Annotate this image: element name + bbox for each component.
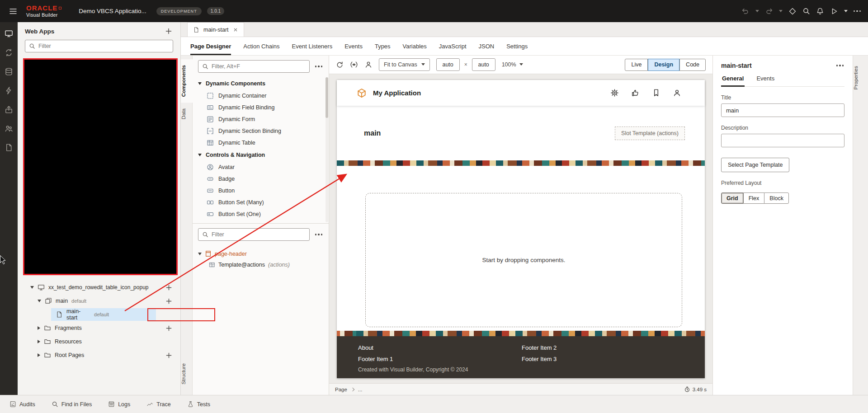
- app-preview-thumbnail[interactable]: [23, 58, 178, 275]
- overflow-menu-button[interactable]: [854, 10, 861, 12]
- bookmark-icon[interactable]: [652, 89, 660, 97]
- canvas-height-input[interactable]: [472, 58, 495, 71]
- add-root-page-button[interactable]: [165, 351, 173, 360]
- chevron-down-icon[interactable]: [38, 300, 41, 302]
- redo-button[interactable]: [765, 7, 773, 15]
- tests-button[interactable]: Tests: [187, 401, 210, 408]
- canvas-width-input[interactable]: [436, 58, 460, 71]
- component-button[interactable]: Button: [193, 185, 329, 197]
- oracle-logo[interactable]: ORACLE Visual Builder: [26, 5, 61, 18]
- refresh-icon[interactable]: [336, 61, 344, 69]
- component-dynamic-field-binding[interactable]: Dynamic Field Binding: [193, 102, 329, 113]
- notifications-bell-button[interactable]: [816, 7, 824, 15]
- close-icon[interactable]: [233, 27, 238, 33]
- tab-components-vertical[interactable]: Components: [181, 59, 193, 103]
- preview-options-caret-icon[interactable]: [844, 10, 848, 14]
- tab-general[interactable]: General: [721, 75, 745, 87]
- layout-grid-button[interactable]: Grid: [721, 192, 744, 204]
- chevron-right-icon[interactable]: [38, 340, 40, 343]
- add-page-button[interactable]: [165, 297, 173, 305]
- tab-data-vertical[interactable]: Data: [181, 103, 193, 125]
- tree-item-resources[interactable]: Resources: [18, 335, 180, 348]
- canvas-viewport[interactable]: My Application main Slot Template (actio…: [329, 74, 712, 383]
- find-in-files-button[interactable]: Find in Files: [52, 401, 92, 408]
- add-fragment-button[interactable]: [165, 324, 173, 333]
- components-menu-button[interactable]: [314, 64, 324, 69]
- tab-settings[interactable]: Settings: [506, 37, 528, 55]
- audits-button[interactable]: Audits: [9, 401, 35, 408]
- responsive-breakpoints-icon[interactable]: [350, 61, 358, 69]
- logs-button[interactable]: Logs: [108, 401, 130, 408]
- component-dropzone[interactable]: Start by dropping components.: [365, 193, 682, 327]
- deployments-rail-icon[interactable]: [5, 105, 13, 114]
- component-dynamic-form[interactable]: Dynamic Form: [193, 113, 329, 125]
- tab-events[interactable]: Events: [344, 37, 363, 55]
- tab-properties-vertical[interactable]: Properties: [853, 60, 868, 95]
- structure-node-page-header[interactable]: page-header: [197, 248, 324, 259]
- tab-variables[interactable]: Variables: [403, 37, 427, 55]
- component-dynamic-section-binding[interactable]: Dynamic Section Binding: [193, 125, 329, 137]
- component-badge[interactable]: Badge: [193, 173, 329, 185]
- tree-item-fragments[interactable]: Fragments: [18, 321, 180, 335]
- footer-link-item3[interactable]: Footer Item 3: [522, 353, 705, 365]
- select-page-template-button[interactable]: Select Page Template: [721, 158, 789, 172]
- component-avatar[interactable]: Avatar: [193, 161, 329, 173]
- tab-page-designer[interactable]: Page Designer: [190, 37, 231, 55]
- add-flow-button[interactable]: [165, 283, 173, 292]
- chevron-right-icon[interactable]: [38, 326, 40, 330]
- breadcrumb-overflow[interactable]: ...: [358, 387, 363, 392]
- footer-link-item2[interactable]: Footer Item 2: [522, 342, 705, 353]
- undo-button[interactable]: [741, 7, 750, 15]
- palette-scrollbar[interactable]: [326, 77, 328, 222]
- web-apps-filter-input[interactable]: [38, 43, 169, 49]
- trace-button[interactable]: Trace: [146, 401, 171, 408]
- tree-item-main-start-page[interactable]: main-start default: [18, 308, 180, 321]
- tab-events[interactable]: Events: [755, 75, 775, 87]
- component-dynamic-container[interactable]: Dynamic Container: [193, 90, 329, 102]
- structure-filter-input[interactable]: [212, 231, 306, 238]
- mode-live-button[interactable]: Live: [625, 59, 648, 71]
- chevron-down-icon[interactable]: [30, 286, 34, 289]
- zoom-dropdown[interactable]: 100%: [502, 61, 523, 68]
- person-icon[interactable]: [673, 89, 681, 97]
- redo-history-caret-icon[interactable]: [779, 10, 783, 14]
- hamburger-menu-icon[interactable]: [7, 5, 19, 17]
- business-objects-rail-database-icon[interactable]: [5, 67, 13, 76]
- section-controls-navigation[interactable]: Controls & Navigation: [193, 149, 329, 161]
- services-rail-cycle-icon[interactable]: [5, 48, 13, 57]
- tab-json[interactable]: JSON: [479, 37, 495, 55]
- documents-rail-file-icon[interactable]: [5, 143, 13, 152]
- fit-to-canvas-dropdown[interactable]: Fit to Canvas: [379, 58, 430, 71]
- tree-item-app-root[interactable]: xx_test_demo_rowedit_table_icon_popup: [18, 281, 180, 294]
- preview-play-button[interactable]: [830, 7, 838, 15]
- doc-tab-main-start[interactable]: main-start: [187, 22, 244, 37]
- components-filter-input[interactable]: [212, 63, 306, 70]
- footer-link-item1[interactable]: Footer Item 1: [358, 353, 522, 365]
- tab-javascript[interactable]: JavaScript: [439, 37, 467, 55]
- component-button-set-many[interactable]: Button Set (Many): [193, 197, 329, 208]
- version-badge[interactable]: 1.0.1: [207, 7, 224, 15]
- chevron-right-icon[interactable]: [38, 353, 40, 357]
- component-dynamic-table[interactable]: Dynamic Table: [193, 137, 329, 149]
- tree-item-main-flow[interactable]: main default: [18, 294, 180, 308]
- tab-action-chains[interactable]: Action Chains: [243, 37, 279, 55]
- processes-rail-lightning-icon[interactable]: [5, 86, 13, 95]
- breadcrumb-page[interactable]: Page: [335, 387, 347, 392]
- tab-types[interactable]: Types: [375, 37, 391, 55]
- add-web-app-button[interactable]: [164, 27, 173, 36]
- structure-node-template-actions[interactable]: Template@actions (actions): [197, 259, 324, 270]
- properties-menu-button[interactable]: [835, 63, 845, 68]
- web-apps-rail-monitor-icon[interactable]: [5, 29, 13, 38]
- tab-event-listeners[interactable]: Event Listeners: [292, 37, 333, 55]
- layout-flex-button[interactable]: Flex: [744, 192, 764, 204]
- undo-history-caret-icon[interactable]: [755, 10, 759, 14]
- collaboration-rail-people-icon[interactable]: [5, 124, 13, 133]
- search-button[interactable]: [802, 7, 810, 15]
- structure-menu-button[interactable]: [314, 232, 324, 237]
- gear-icon[interactable]: [610, 89, 619, 97]
- footer-link-about[interactable]: About: [358, 342, 522, 353]
- tab-structure-vertical[interactable]: Structure: [181, 357, 193, 390]
- thumbs-up-icon[interactable]: [631, 89, 640, 97]
- component-button-set-one[interactable]: Button Set (One): [193, 208, 329, 220]
- mode-code-button[interactable]: Code: [679, 59, 706, 71]
